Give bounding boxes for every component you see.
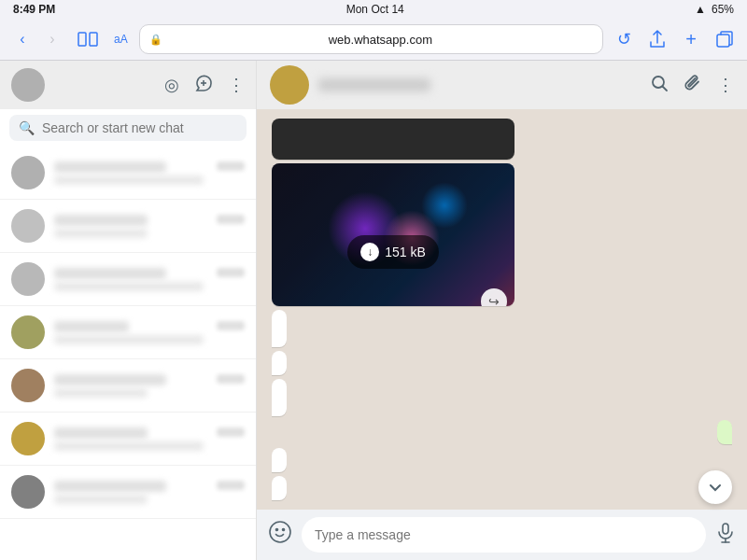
svg-point-6 — [270, 522, 290, 542]
chat-preview — [54, 229, 148, 238]
svg-rect-0 — [78, 33, 86, 46]
sidebar-header: ◎ ⋮ — [0, 61, 256, 109]
avatar — [11, 369, 45, 402]
dark-thumbnail: 11:09 PM — [272, 119, 514, 160]
attach-icon[interactable] — [684, 74, 702, 97]
chat-header-info — [318, 78, 641, 91]
chat-preview — [54, 441, 204, 451]
address-bar[interactable]: 🔒 web.whatsapp.com — [139, 24, 603, 54]
scroll-to-bottom-button[interactable] — [698, 470, 732, 504]
media-message-dark[interactable]: 11:09 PM — [272, 119, 514, 160]
list-item[interactable] — [0, 253, 256, 306]
search-icon: 🔍 — [19, 120, 35, 135]
message-input[interactable] — [302, 517, 706, 553]
chat-menu-icon[interactable]: ⋮ — [717, 75, 734, 95]
chat-content — [54, 321, 245, 344]
sidebar-header-icons: ◎ ⋮ — [164, 74, 245, 97]
search-input[interactable] — [42, 120, 237, 135]
chat-content — [54, 481, 245, 504]
chat-name — [54, 481, 166, 492]
svg-rect-9 — [723, 524, 728, 534]
media-message[interactable]: ↓ 151 kB ↪ 11:09 PM — [272, 163, 514, 306]
list-item[interactable] — [0, 306, 256, 359]
avatar — [11, 315, 45, 349]
outgoing-message-bubble — [717, 420, 732, 444]
nav-buttons: ‹ › — [9, 26, 65, 52]
sidebar-menu-icon[interactable]: ⋮ — [228, 75, 245, 95]
avatar — [11, 156, 45, 189]
message-bubble — [272, 476, 287, 500]
new-chat-icon[interactable] — [194, 74, 213, 97]
contact-name — [318, 78, 430, 91]
chat-time — [217, 374, 245, 384]
chat-content — [54, 427, 245, 451]
chat-panel: ⋮ 11:09 PM ↓ 151 kB — [257, 61, 747, 560]
microphone-button[interactable] — [715, 523, 736, 548]
chat-time — [217, 268, 245, 277]
browser-chrome: 8:49 PM Mon Oct 14 ▲ 65% ‹ › aA 🔒 web.wh… — [0, 0, 747, 61]
tabs-button[interactable] — [712, 26, 738, 52]
download-button[interactable]: ↓ 151 kB — [347, 235, 439, 269]
lock-icon: 🔒 — [149, 34, 162, 46]
browser-actions: ↺ + — [611, 26, 738, 52]
reader-mode-button[interactable]: aA — [110, 33, 132, 46]
svg-rect-2 — [717, 35, 729, 47]
share-button[interactable] — [644, 26, 670, 52]
chat-name — [54, 215, 148, 226]
sidebar-header-left — [11, 68, 45, 102]
message-bubble — [272, 351, 287, 375]
reload-button[interactable]: ↺ — [611, 26, 637, 52]
status-time: 8:49 PM — [13, 3, 55, 16]
status-bar: 8:49 PM Mon Oct 14 ▲ 65% — [0, 0, 747, 19]
media-thumbnail: ↓ 151 kB ↪ — [272, 163, 514, 306]
contact-avatar[interactable] — [270, 65, 309, 105]
list-item[interactable] — [0, 147, 256, 200]
url-text: web.whatsapp.com — [168, 33, 593, 47]
chat-preview — [54, 335, 204, 344]
back-button[interactable]: ‹ — [9, 26, 35, 52]
status-right: ▲ 65% — [695, 3, 734, 16]
chat-time — [217, 427, 245, 437]
svg-point-8 — [283, 529, 285, 531]
chat-name — [54, 161, 166, 173]
list-item[interactable] — [0, 413, 256, 466]
emoji-button[interactable] — [268, 520, 292, 550]
chat-preview — [54, 388, 148, 398]
status-circle-icon[interactable]: ◎ — [164, 75, 179, 95]
avatar — [11, 209, 45, 243]
bookmarks-button[interactable] — [73, 26, 103, 52]
download-arrow-icon: ↓ — [360, 243, 379, 261]
chat-time — [217, 481, 245, 490]
list-item[interactable] — [0, 200, 256, 253]
chat-time — [217, 215, 245, 224]
list-item[interactable] — [0, 359, 256, 413]
forward-button[interactable]: › — [39, 26, 65, 52]
add-tab-button[interactable]: + — [678, 26, 704, 52]
chat-search-icon[interactable] — [650, 74, 669, 97]
chat-content — [54, 268, 245, 291]
list-item[interactable] — [0, 466, 256, 519]
browser-top-bar: ‹ › aA 🔒 web.whatsapp.com ↺ + — [0, 19, 747, 60]
media-color-3 — [421, 182, 468, 229]
svg-point-7 — [276, 529, 278, 531]
search-input-wrapper[interactable]: 🔍 — [9, 115, 247, 141]
wifi-icon: ▲ — [695, 3, 706, 16]
svg-rect-1 — [90, 33, 97, 46]
user-avatar[interactable] — [11, 68, 45, 102]
avatar — [11, 475, 45, 509]
chat-list — [0, 147, 256, 560]
chat-header-icons: ⋮ — [650, 74, 734, 97]
avatar — [11, 422, 45, 455]
chat-content — [54, 374, 245, 398]
avatar — [11, 262, 45, 296]
input-bar — [257, 510, 747, 560]
chat-preview — [54, 175, 204, 185]
message-bubble — [272, 379, 287, 416]
battery-text: 65% — [712, 3, 734, 16]
messages-area: 11:09 PM ↓ 151 kB ↪ 11:09 PM — [257, 109, 747, 510]
chat-name — [54, 427, 148, 439]
chat-name — [54, 268, 166, 279]
chat-header: ⋮ — [257, 61, 747, 109]
chat-name — [54, 321, 129, 332]
sidebar: ◎ ⋮ 🔍 — [0, 61, 257, 560]
